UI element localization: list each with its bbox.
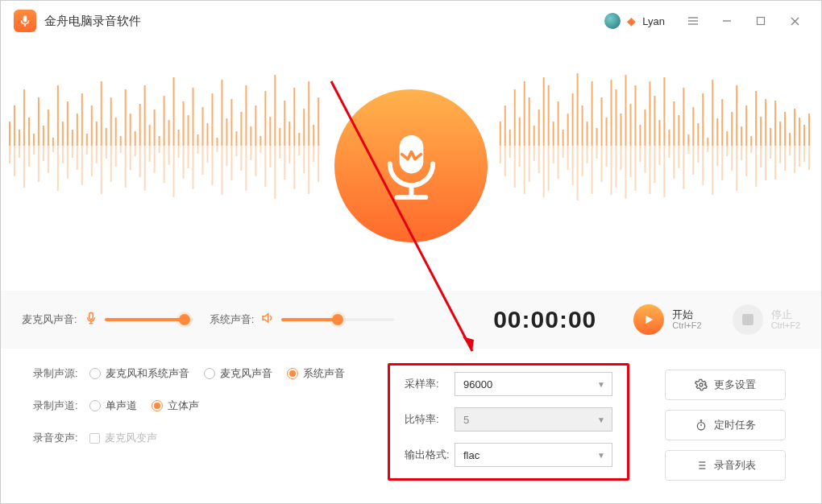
radio-source-mic-and-system[interactable]: 麦克风和系统声音 [89, 366, 189, 381]
svg-rect-187 [245, 146, 247, 191]
svg-rect-180 [211, 146, 213, 185]
svg-rect-183 [226, 146, 227, 166]
svg-rect-69 [303, 109, 305, 146]
sys-volume-slider[interactable] [281, 318, 394, 321]
svg-rect-209 [529, 146, 530, 182]
svg-rect-258 [765, 146, 766, 180]
svg-rect-211 [538, 146, 540, 173]
svg-rect-188 [250, 146, 251, 160]
app-title: 金舟电脑录音软件 [44, 14, 604, 29]
svg-rect-42 [173, 77, 175, 146]
svg-rect-234 [649, 146, 650, 194]
close-icon [790, 16, 800, 27]
svg-rect-251 [731, 146, 733, 171]
control-bar: 麦克风声音: 系统声音: 00:00:00 开始 Ctrl+F2 [1, 291, 821, 349]
svg-rect-152 [77, 146, 78, 170]
more-settings-button[interactable]: 更多设置 [665, 370, 786, 400]
radio-source-mic[interactable]: 麦克风声音 [204, 366, 272, 381]
svg-rect-140 [19, 146, 20, 158]
svg-rect-26 [96, 122, 98, 146]
svg-rect-56 [240, 112, 242, 146]
svg-point-278 [700, 383, 703, 386]
svg-rect-117 [712, 80, 713, 146]
svg-rect-206 [514, 146, 516, 188]
svg-rect-252 [736, 146, 737, 191]
svg-rect-231 [634, 146, 636, 191]
waveform-area [1, 41, 821, 291]
svg-rect-87 [567, 114, 569, 146]
svg-rect-193 [274, 146, 276, 199]
radio-channel-stereo[interactable]: 立体声 [152, 399, 199, 413]
bitrate-select[interactable]: 5 ▼ [455, 407, 612, 432]
stop-button[interactable] [733, 304, 763, 335]
svg-rect-265 [799, 146, 800, 167]
svg-rect-230 [629, 146, 631, 177]
svg-rect-57 [245, 85, 247, 146]
mic-volume-group: 麦克风声音: [22, 311, 193, 328]
svg-rect-88 [572, 93, 574, 146]
svg-rect-109 [673, 101, 675, 146]
recording-list-button[interactable]: 录音列表 [665, 450, 786, 481]
svg-rect-266 [803, 146, 805, 162]
svg-rect-92 [592, 81, 593, 146]
svg-rect-255 [750, 146, 752, 153]
svg-rect-151 [72, 146, 73, 158]
svg-rect-237 [663, 146, 665, 197]
svg-rect-186 [240, 146, 242, 171]
hamburger-icon [687, 14, 700, 27]
avatar[interactable] [604, 13, 621, 29]
svg-rect-75 [509, 130, 511, 146]
svg-rect-150 [67, 146, 68, 179]
svg-rect-259 [770, 146, 771, 159]
svg-rect-100 [629, 104, 631, 146]
svg-rect-66 [289, 122, 290, 146]
format-select[interactable]: flac ▼ [455, 443, 612, 467]
svg-rect-166 [144, 146, 146, 191]
svg-rect-218 [572, 146, 574, 185]
svg-rect-17 [52, 138, 54, 146]
svg-rect-107 [663, 77, 665, 146]
app-logo-icon [14, 10, 36, 32]
svg-rect-141 [23, 146, 25, 188]
svg-rect-28 [106, 128, 107, 146]
svg-rect-43 [178, 130, 180, 146]
svg-rect-205 [509, 146, 511, 158]
svg-rect-102 [639, 125, 641, 146]
svg-rect-108 [668, 130, 670, 146]
svg-rect-170 [164, 146, 165, 183]
svg-rect-35 [139, 104, 141, 146]
close-button[interactable] [781, 7, 808, 35]
svg-rect-50 [211, 93, 213, 146]
radio-source-system[interactable]: 系统声音 [287, 366, 345, 381]
svg-rect-74 [504, 105, 506, 146]
svg-rect-233 [644, 146, 646, 173]
svg-rect-62 [269, 117, 271, 146]
minimize-button[interactable] [713, 7, 741, 35]
menu-button[interactable] [679, 7, 707, 35]
svg-rect-263 [789, 146, 791, 155]
svg-rect-60 [259, 136, 261, 146]
timed-tasks-button[interactable]: 定时任务 [665, 410, 786, 440]
stop-icon [742, 314, 754, 325]
svg-rect-39 [159, 136, 160, 146]
svg-rect-114 [697, 123, 699, 146]
svg-rect-113 [692, 107, 694, 146]
svg-rect-254 [745, 146, 747, 176]
svg-rect-217 [567, 146, 569, 170]
checkbox-mic-voicechange[interactable] [89, 433, 100, 444]
svg-rect-192 [269, 146, 271, 167]
svg-rect-168 [154, 146, 156, 173]
svg-rect-40 [164, 96, 165, 146]
maximize-button[interactable] [747, 7, 774, 35]
titlebar: 金舟电脑录音软件 ◆ Lyan [1, 1, 821, 41]
bitrate-label: 比特率: [405, 412, 455, 427]
mic-volume-slider[interactable] [105, 318, 193, 321]
radio-channel-mono[interactable]: 单声道 [89, 399, 137, 413]
sample-rate-select[interactable]: 96000 ▼ [455, 372, 612, 396]
start-button[interactable] [633, 304, 664, 335]
svg-rect-31 [120, 136, 122, 146]
svg-rect-203 [500, 146, 501, 163]
svg-rect-105 [654, 96, 655, 146]
svg-rect-164 [135, 146, 136, 156]
svg-rect-185 [235, 146, 237, 156]
